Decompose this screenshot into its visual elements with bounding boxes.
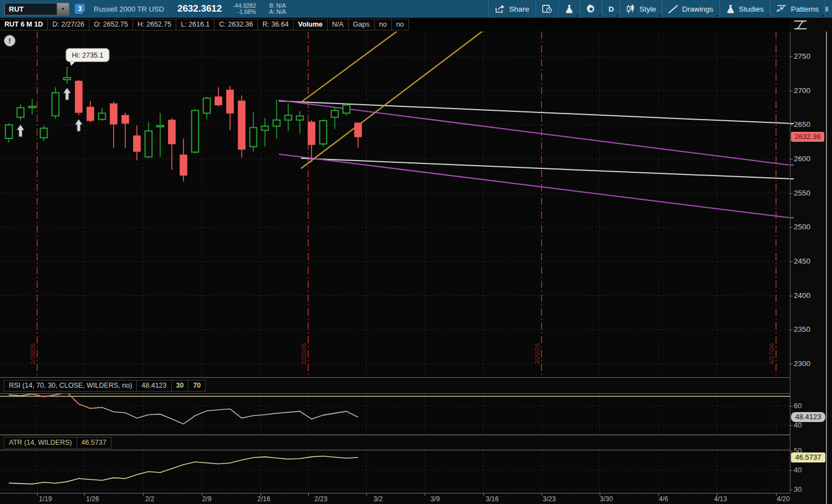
candle-body[interactable] [343,105,350,114]
candle-body[interactable] [308,122,315,145]
candle-body[interactable] [238,101,246,150]
lower-channel-white[interactable] [301,158,789,179]
gear-icon [586,4,596,14]
patterns-button[interactable]: Patterns [770,0,825,18]
atr-axis-label: 30 [794,485,802,493]
candle-body[interactable] [134,136,141,151]
candle-body[interactable] [215,97,222,105]
candle-body[interactable] [180,155,187,176]
expiration-date-label: 2/20/26 [300,343,307,364]
yellow-trend-1[interactable] [301,32,398,102]
axis-settings-icon[interactable] [793,19,808,31]
bullish-pattern-arrow-icon[interactable] [63,88,71,100]
axis-tick [790,164,794,166]
date-axis-tick [600,493,600,496]
symbol-value[interactable]: RUT [5,3,57,15]
alert-icon[interactable]: ! [4,35,16,47]
rsi-axis-label: 60 [794,402,802,410]
symbol-dropdown-button[interactable]: ▼ [57,3,69,15]
candle-body[interactable] [17,108,24,117]
calendar-clock-icon [542,4,552,13]
candle-body[interactable] [29,106,36,107]
candle-body[interactable] [203,98,211,113]
axis-tick [790,330,793,330]
date-axis-label: 3/23 [537,495,562,503]
rsi-study-label[interactable]: RSI (14, 70, 30, CLOSE, WILDERS, no) [4,380,137,392]
rsi-oversold-level[interactable]: 30 [171,380,189,392]
candle-body[interactable] [87,107,94,121]
time-axis[interactable]: 1/191/262/22/92/162/233/23/93/163/233/30… [0,493,790,504]
date-axis-tick [542,493,542,496]
gaps-label: Gaps [348,19,375,30]
bullish-pattern-arrow-icon[interactable] [75,119,83,131]
onDemand-button[interactable] [535,0,558,18]
share-button[interactable]: Share [488,0,535,18]
candle-body[interactable] [75,81,83,112]
atr-study-label[interactable]: ATR (14, WILDERS) [4,437,77,449]
candle-body[interactable] [64,78,71,80]
candle-body[interactable] [285,115,292,120]
axis-tick [790,261,793,262]
axis-tick [790,178,794,179]
style-button[interactable]: Style [620,0,662,18]
candle-body[interactable] [40,128,48,138]
axis-tick [790,425,793,426]
candle-body[interactable] [250,127,257,147]
candle-body[interactable] [262,126,269,130]
atr-axis-label: 40 [794,466,802,474]
timeframe-button[interactable]: D [602,0,620,18]
candle-body[interactable] [227,90,234,113]
gaps-value-1: no [374,19,392,30]
candle-body[interactable] [52,92,59,116]
studies-button[interactable]: Studies [719,0,770,18]
drawings-label: Drawings [682,5,713,13]
main-chart-pane[interactable]: 1/16/262/20/263/20/264/17/26Hi: 2735.1 [0,32,790,377]
candle-body[interactable] [331,110,339,117]
candle-body[interactable] [169,120,176,144]
date-axis-label: 1/26 [80,495,105,503]
rsi-overbought-level[interactable]: 70 [188,380,206,392]
atr-pane[interactable] [0,450,790,493]
last-price-badge: 2632.36 [791,132,824,142]
rsi-value: 48.4123 [136,380,171,392]
candle-body[interactable] [145,131,152,157]
upper-channel-white[interactable] [279,101,789,124]
overflow-icon [825,5,832,13]
drawings-button[interactable]: Drawings [662,0,719,18]
axis-tick [790,91,793,91]
symbol-input[interactable]: RUT ▼ [4,3,69,16]
expiration-date-label: 1/16/26 [29,343,36,364]
change-percent: -1.68% [237,9,256,15]
bullish-pattern-arrow-icon[interactable] [17,125,24,137]
candle-body[interactable] [99,113,106,119]
ohlc-range: R: 36.64 [257,19,293,30]
candle-body[interactable] [110,104,118,124]
settings-button[interactable] [580,0,602,18]
candle-body[interactable] [122,115,129,124]
analyze-button[interactable] [558,0,580,18]
trading-platform-window: RUT ▼ 3 Russell 2000 TR USD 2632.3612 -4… [0,0,832,504]
link-group-badge[interactable]: 3 [75,4,85,14]
axis-tick [790,56,793,57]
volume-value: N/A [327,19,349,30]
candle-body[interactable] [273,120,280,126]
candle-body[interactable] [157,126,164,127]
rsi-pane[interactable] [0,394,790,435]
date-axis-label: 2/9 [195,495,219,503]
toolbar-overflow-button[interactable] [825,0,832,18]
axis-tick [790,364,793,364]
share-label: Share [509,5,529,13]
candle-body[interactable] [355,123,362,137]
date-axis-tick [84,493,85,496]
volume-label: Volume [293,19,328,30]
lower-channel-magenta[interactable] [279,154,789,218]
candle-body[interactable] [320,121,327,144]
yellow-trend-2[interactable] [301,32,483,168]
candle-body[interactable] [297,116,304,120]
candle-body[interactable] [6,125,13,138]
price-axis-label: 2700 [794,86,810,95]
candle-body[interactable] [192,110,199,152]
patterns-icon [777,4,787,13]
candlestick-style-icon [626,4,635,14]
ohlc-status-bar: RUT 6 M 1D D: 2/27/26 O: 2652.75 H: 2652… [0,18,790,32]
